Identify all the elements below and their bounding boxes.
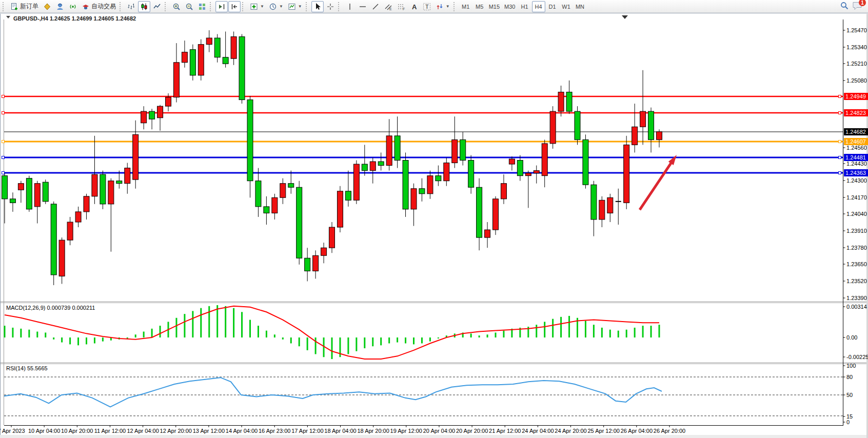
macd-histogram-bar <box>61 337 63 343</box>
toolbar-grip <box>120 2 123 11</box>
bearish-candle <box>468 161 474 188</box>
macd-histogram-bar <box>634 328 636 337</box>
notification-badge[interactable]: 1 <box>859 0 866 6</box>
macd-histogram-bar <box>544 322 545 337</box>
price-tag-label: 1.24607 <box>845 138 866 145</box>
bearish-candle <box>362 164 367 171</box>
arrows-button[interactable]: ▼ <box>433 1 452 12</box>
bullish-candle <box>272 197 278 213</box>
support-line-2-handle[interactable] <box>839 172 841 174</box>
auto-scroll-button[interactable] <box>215 1 228 12</box>
bullish-candle <box>59 240 65 276</box>
rsi-tick-label: 80 <box>846 374 853 380</box>
time-tick-label: 12 Apr 04:00 <box>127 428 159 434</box>
bullish-candle <box>452 140 458 163</box>
resistance-line-2-handle[interactable] <box>839 112 841 114</box>
tf-m15[interactable]: M15 <box>487 1 502 12</box>
bearish-candle <box>305 258 310 271</box>
periods-button[interactable]: ▼ <box>267 1 285 12</box>
autoscroll-icon <box>218 3 226 11</box>
macd-histogram-bar <box>28 330 30 337</box>
zoom-in-button[interactable] <box>170 1 183 12</box>
macd-histogram-bar <box>175 318 177 337</box>
textA-icon: A <box>410 3 418 11</box>
support-line-2-handle[interactable] <box>2 172 5 174</box>
macd-histogram-bar <box>208 306 210 337</box>
macd-histogram-bar <box>626 330 627 337</box>
macd-tick-label: 0.00314 <box>846 304 867 310</box>
bullish-candle <box>108 181 114 204</box>
search-icon[interactable] <box>840 1 849 12</box>
trendline-button[interactable] <box>369 1 382 12</box>
support-line-1-handle[interactable] <box>2 156 5 159</box>
templates-button[interactable]: ▼ <box>286 1 304 12</box>
toolbar-grip <box>338 2 342 11</box>
price-tick-label: 1.25210 <box>846 61 867 67</box>
candle-chart-button[interactable] <box>138 1 150 12</box>
crosshair-button[interactable] <box>324 1 337 12</box>
bearish-candle <box>648 111 654 140</box>
cursor-button[interactable] <box>311 1 324 12</box>
horizontal-line-button[interactable] <box>357 1 369 12</box>
dropdown-arrow-icon[interactable]: ▼ <box>446 4 450 9</box>
bearish-candle <box>10 199 15 203</box>
dropdown-arrow-icon[interactable]: ▼ <box>260 4 264 9</box>
line-chart-button[interactable] <box>151 1 163 12</box>
vertical-line-button[interactable] <box>344 1 356 12</box>
chat-button[interactable]: 1 <box>852 1 862 12</box>
text-label-button[interactable]: T <box>421 1 433 12</box>
dropdown-arrow-icon[interactable]: ▼ <box>279 4 283 9</box>
bullish-candle <box>550 111 556 144</box>
macd-histogram-bar <box>249 320 251 337</box>
price-tick-label: 1.24040 <box>846 211 867 217</box>
pivot-line-handle[interactable] <box>839 141 841 143</box>
bearish-candle <box>255 181 261 207</box>
time-tick-label: 19 Apr 12:00 <box>390 428 422 434</box>
tf-w1[interactable]: W1 <box>560 1 573 12</box>
indicators-button[interactable]: ▼ <box>248 1 266 12</box>
macd-histogram-bar <box>413 337 415 344</box>
macd-histogram-bar <box>315 337 317 354</box>
support-line-1-handle[interactable] <box>839 156 841 159</box>
time-tick-label: 25 Apr 12:00 <box>588 428 620 434</box>
macd-histogram-bar <box>347 337 349 354</box>
gold-button[interactable] <box>41 1 53 12</box>
zoom-out-icon <box>185 3 193 11</box>
resistance-line-1-handle[interactable] <box>839 95 841 98</box>
tf-m5[interactable]: M5 <box>473 1 486 12</box>
fibonacci-button[interactable]: F <box>395 1 407 12</box>
text-button[interactable]: A <box>408 1 420 12</box>
bullish-candle <box>632 127 638 145</box>
bullish-candle <box>599 200 605 220</box>
bearish-candle <box>26 178 32 209</box>
pivot-line-handle[interactable] <box>2 141 5 143</box>
autotrade-button-label: 自动交易 <box>91 2 116 11</box>
tf-d1[interactable]: D1 <box>546 1 559 12</box>
tf-h1[interactable]: H1 <box>518 1 531 12</box>
price-tick-label: 1.23910 <box>846 228 867 234</box>
macd-histogram-bar <box>282 337 284 340</box>
new-order-button[interactable]: 新订单 <box>8 1 41 12</box>
zoom-out-button[interactable] <box>183 1 195 12</box>
time-tick-label: 20 Apr 04:00 <box>423 428 455 434</box>
signal-button[interactable] <box>67 1 79 12</box>
resistance-line-1-handle[interactable] <box>2 95 5 98</box>
tile-icon <box>198 3 206 11</box>
tf-m1[interactable]: M1 <box>459 1 472 12</box>
bearish-candle <box>2 176 8 199</box>
tf-m30[interactable]: M30 <box>502 1 517 12</box>
autotrade-button[interactable]: 自动交易 <box>80 1 118 12</box>
chart-canvas[interactable]: 1.254701.253401.252101.250801.245601.244… <box>0 14 868 438</box>
chart-shift-button[interactable] <box>228 1 241 12</box>
bearish-candle <box>575 111 580 140</box>
equidistant-channel-button[interactable]: E <box>382 1 394 12</box>
bearish-candle <box>477 187 482 237</box>
tile-windows-button[interactable] <box>196 1 208 12</box>
dropdown-arrow-icon[interactable]: ▼ <box>298 4 302 9</box>
tf-h4[interactable]: H4 <box>532 1 545 12</box>
macd-tick-label: -0.002258 <box>846 354 868 360</box>
tf-mn[interactable]: MN <box>574 1 587 12</box>
resistance-line-2-handle[interactable] <box>2 112 5 114</box>
bar-chart-button[interactable] <box>125 1 137 12</box>
support-button[interactable] <box>54 1 66 12</box>
